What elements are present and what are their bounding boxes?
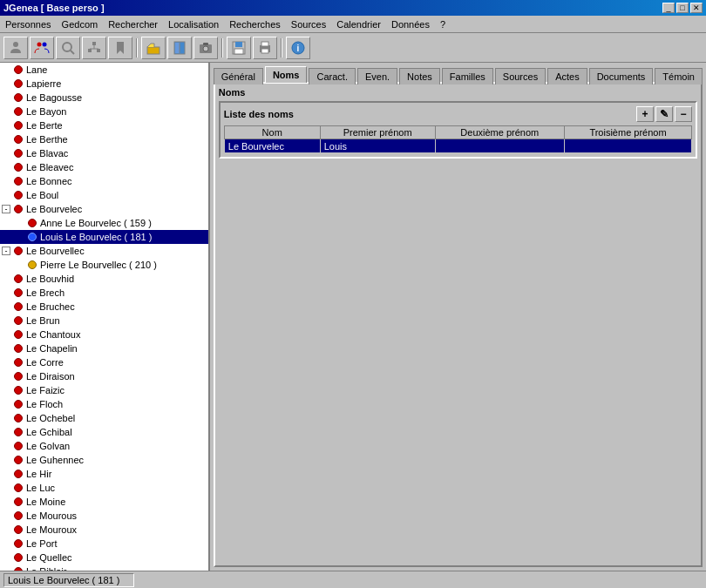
names-cell-prenom1: Louis <box>320 139 435 153</box>
tree-item[interactable]: Le Bagousse <box>0 91 208 105</box>
tree-item[interactable]: Le Hir <box>0 467 208 481</box>
tab-notes[interactable]: Notes <box>399 68 440 84</box>
menu-rechercher[interactable]: Rechercher <box>103 17 163 31</box>
tree-item-label: Le Bourvellec <box>26 246 85 256</box>
menu-gedcom[interactable]: Gedcom <box>57 17 104 31</box>
tree-item-label: Le Bourvelec <box>26 204 82 214</box>
tree-item[interactable]: Le Riblair <box>0 564 208 571</box>
remove-name-button[interactable]: − <box>675 106 692 122</box>
tab-documents[interactable]: Documents <box>589 68 654 84</box>
tree-item[interactable]: Le Mourous <box>0 509 208 523</box>
edit-name-button[interactable]: ✎ <box>655 106 673 122</box>
close-button[interactable]: ✕ <box>690 3 703 13</box>
tree-item[interactable]: Le Berte <box>0 118 208 132</box>
svg-rect-5 <box>92 42 96 45</box>
tree-item[interactable]: Lane <box>0 63 208 77</box>
section-title: Noms <box>219 87 697 98</box>
tab-sources[interactable]: Sources <box>495 68 546 84</box>
tree-item-label: Anne Le Bourvelec ( 159 ) <box>40 218 152 228</box>
tab-actes[interactable]: Actes <box>547 68 587 84</box>
tree-item[interactable]: Le Bouvhid <box>0 272 208 286</box>
red-person-icon <box>14 330 23 339</box>
tree-item[interactable]: Le Mouroux <box>0 523 208 537</box>
tree-item[interactable]: Le Berthe <box>0 132 208 146</box>
yellow-person-icon <box>28 260 37 269</box>
print-button[interactable] <box>253 37 277 59</box>
tree-item-label: Le Bruchec <box>26 301 75 312</box>
svg-point-16 <box>203 46 208 51</box>
red-person-icon <box>14 497 23 506</box>
tree-item[interactable]: Le Blavac <box>0 146 208 160</box>
camera-button[interactable] <box>193 37 218 59</box>
red-person-icon <box>14 442 23 450</box>
tree-item[interactable]: Le Brech <box>0 286 208 300</box>
tree-item[interactable]: Le Moine <box>0 495 208 509</box>
red-person-icon <box>14 470 23 478</box>
maximize-button[interactable]: □ <box>676 3 689 13</box>
tree-item[interactable]: Louis Le Bourvelec ( 181 ) <box>0 230 208 244</box>
tab-familles[interactable]: Familles <box>442 68 493 84</box>
tab-général[interactable]: Général <box>214 68 263 84</box>
red-person-icon <box>14 135 23 144</box>
tree-item[interactable]: Le Quellec <box>0 551 208 564</box>
tree-item[interactable]: Le Diraison <box>0 369 208 383</box>
tree-item[interactable]: Le Bruchec <box>0 300 208 314</box>
tab-even[interactable]: Even. <box>357 68 397 84</box>
menu-recherches[interactable]: Recherches <box>224 17 286 31</box>
tree-item-label: Le Guhennec <box>26 455 84 465</box>
red-person-icon <box>14 177 23 186</box>
tree-item[interactable]: Le Faizic <box>0 383 208 397</box>
tree-item[interactable]: Le Guhennec <box>0 453 208 467</box>
tree-item-label: Louis Le Bourvelec ( 181 ) <box>40 232 152 242</box>
names-panel: Liste des noms + ✎ − Nom Premier prénom … <box>219 101 697 159</box>
tree-item[interactable]: Le Luc <box>0 481 208 495</box>
menu-personnes[interactable]: Personnes <box>0 17 57 31</box>
tree-item[interactable]: -Le Bourvelec <box>0 202 208 216</box>
tree-item[interactable]: -Le Bourvellec <box>0 244 208 258</box>
add-name-button[interactable]: + <box>636 106 654 122</box>
tree-item[interactable]: Le Floch <box>0 397 208 411</box>
tree-item-label: Le Faizic <box>26 385 64 395</box>
tree-item[interactable]: Le Golvan <box>0 439 208 453</box>
tree-item[interactable]: Le Bayon <box>0 105 208 118</box>
tree-item[interactable]: Le Chapelin <box>0 341 208 355</box>
person-button[interactable] <box>3 37 28 59</box>
info-button[interactable]: i <box>286 37 310 59</box>
tab-caract[interactable]: Caract. <box>309 68 355 84</box>
tree-item-label: Le Quellec <box>26 552 72 563</box>
collapse-icon[interactable]: - <box>2 247 10 255</box>
open-button[interactable] <box>141 37 166 59</box>
tree-item[interactable]: Lapierre <box>0 77 208 91</box>
tree-item[interactable]: Pierre Le Bourvellec ( 210 ) <box>0 258 208 272</box>
tree-item[interactable]: Le Bonnec <box>0 174 208 188</box>
collapse-icon[interactable]: - <box>2 205 10 213</box>
tree-item[interactable]: Le Gchibal <box>0 425 208 439</box>
search-button[interactable] <box>56 37 80 59</box>
tab-témoin[interactable]: Témoin <box>655 68 703 84</box>
book-button[interactable] <box>167 37 192 59</box>
separator-1 <box>136 38 138 57</box>
couple-button[interactable] <box>30 37 54 59</box>
minimize-button[interactable]: _ <box>662 3 675 13</box>
tree-item[interactable]: Le Brun <box>0 314 208 328</box>
names-table-row[interactable]: Le BourvelecLouis <box>224 139 691 153</box>
tree-button[interactable] <box>82 37 106 59</box>
tree-item[interactable]: Le Ochebel <box>0 411 208 425</box>
red-person-icon <box>14 525 23 534</box>
menu-donnees[interactable]: Données <box>386 17 435 31</box>
save-button[interactable] <box>227 37 251 59</box>
tree-item[interactable]: Le Bleavec <box>0 160 208 174</box>
tree-item[interactable]: Le Corre <box>0 355 208 369</box>
menu-help[interactable]: ? <box>435 17 451 31</box>
tree-item[interactable]: Le Boul <box>0 188 208 202</box>
tree-item[interactable]: Le Chantoux <box>0 328 208 341</box>
tree-panel[interactable]: LaneLapierreLe BagousseLe BayonLe BerteL… <box>0 63 210 571</box>
menu-sources[interactable]: Sources <box>286 17 331 31</box>
bookmark-button[interactable] <box>108 37 132 59</box>
menu-calendrier[interactable]: Calendrier <box>331 17 386 31</box>
menu-localisation[interactable]: Localisation <box>163 17 224 31</box>
tree-item-label: Le Berthe <box>26 134 68 145</box>
tree-item[interactable]: Le Port <box>0 537 208 551</box>
tree-item[interactable]: Anne Le Bourvelec ( 159 ) <box>0 216 208 230</box>
tab-noms[interactable]: Noms <box>265 66 308 83</box>
